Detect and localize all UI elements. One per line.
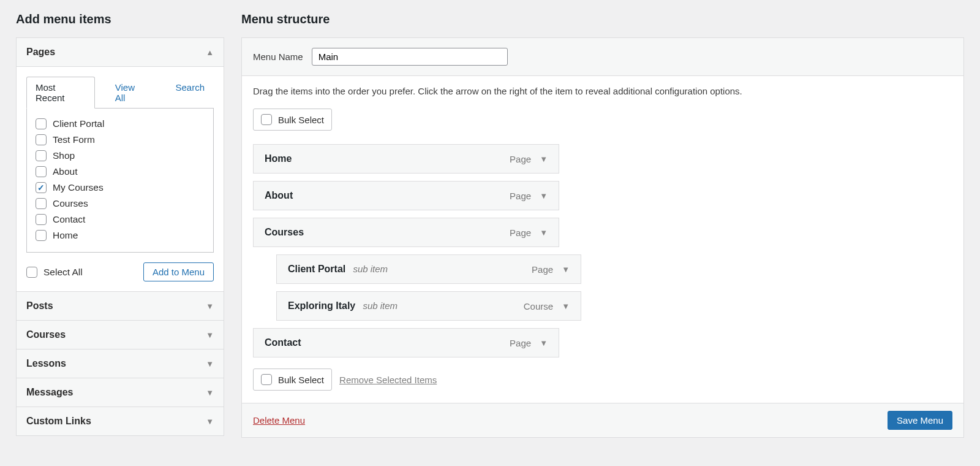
chevron-down-icon[interactable]: ▼ xyxy=(562,265,570,274)
accordion-label: Pages xyxy=(26,47,55,58)
accordion-section-courses[interactable]: Courses ▼ xyxy=(17,320,224,349)
bulk-select-top[interactable]: Bulk Select xyxy=(253,109,332,131)
checkbox[interactable] xyxy=(36,118,47,129)
chevron-down-icon[interactable]: ▼ xyxy=(540,228,548,237)
page-row[interactable]: Test Form xyxy=(36,132,205,148)
page-label: Contact xyxy=(53,214,85,225)
menu-item[interactable]: Courses Page ▼ xyxy=(253,218,559,247)
checkbox[interactable] xyxy=(36,230,47,241)
page-row[interactable]: About xyxy=(36,164,205,180)
menu-panel: Menu Name Drag the items into the order … xyxy=(241,37,964,438)
select-all-row[interactable]: Select All xyxy=(26,264,83,280)
bulk-select-label: Bulk Select xyxy=(278,115,324,125)
chevron-down-icon: ▼ xyxy=(206,417,214,426)
page-row[interactable]: Shop xyxy=(36,148,205,164)
accordion-label: Lessons xyxy=(26,358,66,369)
accordion-section-pages[interactable]: Pages ▲ xyxy=(17,38,224,66)
sub-item-badge: sub item xyxy=(363,300,398,311)
chevron-down-icon[interactable]: ▼ xyxy=(540,155,548,164)
menu-item-title: Courses xyxy=(265,227,304,238)
chevron-down-icon: ▼ xyxy=(206,388,214,397)
menu-name-label: Menu Name xyxy=(253,52,303,62)
accordion-section-custom-links[interactable]: Custom Links ▼ xyxy=(17,407,224,435)
accordion-label: Courses xyxy=(26,329,66,340)
page-row[interactable]: Client Portal xyxy=(36,116,205,132)
tab-search[interactable]: Search xyxy=(166,77,214,109)
menu-item-title: About xyxy=(265,190,293,201)
menu-item-title: Exploring Italy xyxy=(288,300,355,311)
checkbox[interactable] xyxy=(36,182,47,193)
page-label: Shop xyxy=(53,150,75,161)
menu-name-row: Menu Name xyxy=(242,38,963,76)
menu-item[interactable]: About Page ▼ xyxy=(253,181,559,210)
sub-item-badge: sub item xyxy=(353,264,388,274)
accordion-label: Posts xyxy=(26,300,53,311)
menu-item-title: Home xyxy=(265,153,292,164)
chevron-down-icon: ▼ xyxy=(206,359,214,369)
menu-items-list: Home Page ▼ About Page ▼ xyxy=(253,144,952,357)
page-row[interactable]: Home xyxy=(36,227,205,243)
accordion-section-messages[interactable]: Messages ▼ xyxy=(17,378,224,407)
accordion-section-lessons[interactable]: Lessons ▼ xyxy=(17,349,224,378)
page-label: My Courses xyxy=(53,182,104,193)
delete-menu-link[interactable]: Delete Menu xyxy=(253,415,305,426)
menu-item-title: Client Portal xyxy=(288,264,345,274)
page-label: Client Portal xyxy=(53,118,104,129)
add-to-menu-button[interactable]: Add to Menu xyxy=(143,262,214,281)
remove-selected-link[interactable]: Remove Selected Items xyxy=(339,375,437,385)
checkbox[interactable] xyxy=(36,214,47,225)
add-items-accordion: Pages ▲ Most Recent View All Search Clie… xyxy=(16,37,224,436)
page-label: Home xyxy=(53,230,78,241)
chevron-down-icon[interactable]: ▼ xyxy=(562,302,570,311)
menu-item-sub[interactable]: Client Portal sub item Page ▼ xyxy=(276,254,581,284)
select-all-label: Select All xyxy=(43,267,83,278)
checkbox[interactable] xyxy=(261,114,272,125)
menu-item-type: Page xyxy=(510,338,531,348)
page-label: Test Form xyxy=(53,134,95,145)
bulk-select-label: Bulk Select xyxy=(278,375,324,385)
checkbox[interactable] xyxy=(36,150,47,161)
menu-item-type: Course xyxy=(524,301,553,311)
menu-item-type: Page xyxy=(510,191,531,201)
menu-item-type: Page xyxy=(532,264,553,275)
bulk-select-bottom[interactable]: Bulk Select xyxy=(253,369,332,391)
accordion-label: Messages xyxy=(26,387,74,398)
chevron-down-icon: ▼ xyxy=(206,330,214,340)
menu-item-type: Page xyxy=(510,227,531,238)
menu-item[interactable]: Contact Page ▼ xyxy=(253,328,559,357)
checkbox[interactable] xyxy=(36,198,47,209)
checkbox[interactable] xyxy=(261,374,272,385)
chevron-down-icon[interactable]: ▼ xyxy=(540,191,548,201)
pages-panel: Most Recent View All Search Client Porta… xyxy=(17,66,224,291)
page-row[interactable]: Contact xyxy=(36,212,205,227)
save-menu-button[interactable]: Save Menu xyxy=(888,411,952,430)
chevron-down-icon[interactable]: ▼ xyxy=(540,338,548,348)
menu-structure-heading: Menu structure xyxy=(241,12,964,26)
tab-view-all[interactable]: View All xyxy=(106,77,156,109)
menu-item-type: Page xyxy=(510,154,531,164)
drag-hint: Drag the items into the order you prefer… xyxy=(253,86,952,96)
checkbox[interactable] xyxy=(26,267,37,278)
menu-item[interactable]: Home Page ▼ xyxy=(253,144,559,174)
pages-tabs: Most Recent View All Search xyxy=(26,77,214,109)
accordion-section-posts[interactable]: Posts ▼ xyxy=(17,291,224,320)
checkbox[interactable] xyxy=(36,134,47,145)
chevron-up-icon: ▲ xyxy=(206,48,214,57)
tab-most-recent[interactable]: Most Recent xyxy=(26,77,95,109)
add-items-heading: Add menu items xyxy=(16,12,224,26)
page-row[interactable]: My Courses xyxy=(36,180,205,196)
chevron-down-icon: ▼ xyxy=(206,302,214,311)
checkbox[interactable] xyxy=(36,166,47,177)
page-label: About xyxy=(53,166,78,177)
menu-name-input[interactable] xyxy=(312,48,508,66)
menu-item-title: Contact xyxy=(265,337,301,348)
pages-list: Client Portal Test Form Shop About My Co… xyxy=(26,108,214,253)
accordion-label: Custom Links xyxy=(26,416,91,427)
menu-item-sub[interactable]: Exploring Italy sub item Course ▼ xyxy=(276,291,581,321)
page-label: Courses xyxy=(53,198,88,209)
page-row[interactable]: Courses xyxy=(36,196,205,212)
